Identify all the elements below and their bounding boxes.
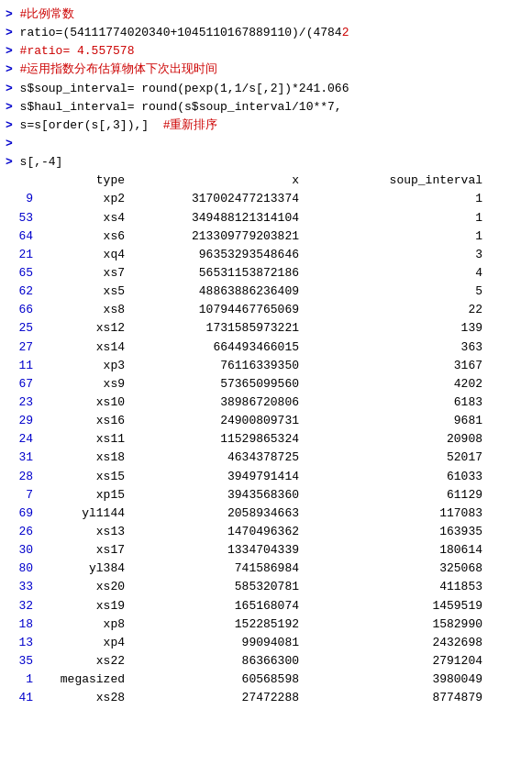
cell-x: 1470496362 — [125, 523, 299, 541]
cell-rownum: 27 — [6, 338, 33, 357]
cell-soup: 1 — [299, 209, 482, 227]
cell-x: 213309779203821 — [125, 227, 299, 246]
code-line-9: > s[,-4] — [0, 153, 532, 172]
header-rownum — [6, 172, 33, 190]
cell-type: xq4 — [33, 246, 125, 264]
table-row: 24xs111152986532420908 — [6, 430, 526, 449]
cell-soup: 3980049 — [299, 671, 482, 689]
cell-soup: 9681 — [299, 412, 482, 430]
cell-type: yl1144 — [33, 504, 125, 523]
cell-x: 99094081 — [125, 634, 299, 652]
comment-4: #运用指数分布估算物体下次出现时间 — [20, 61, 218, 79]
header-soup: soup_interval — [299, 172, 482, 190]
code-2: ratio=(54111774020340+1045110167889110)/… — [20, 24, 349, 42]
cell-rownum: 28 — [6, 468, 33, 486]
table-row: 25xs121731585973221139 — [6, 319, 526, 338]
prompt-5: > — [6, 80, 20, 98]
cell-x: 152285192 — [125, 615, 299, 634]
cell-x: 38986720806 — [125, 394, 299, 412]
cell-soup: 8774879 — [299, 689, 482, 707]
cell-rownum: 13 — [6, 634, 33, 652]
cell-type: xp2 — [33, 190, 125, 208]
cell-x: 10794467765069 — [125, 301, 299, 319]
cell-x: 11529865324 — [125, 430, 299, 449]
cell-soup: 52017 — [299, 449, 482, 467]
cell-x: 3949791414 — [125, 468, 299, 486]
cell-soup: 3167 — [299, 357, 482, 375]
data-table: type x soup_interval 9xp2317002477213374… — [0, 172, 532, 707]
cell-soup: 1582990 — [299, 615, 482, 634]
code-line-3: > #ratio= 4.557578 — [0, 42, 532, 61]
cell-rownum: 32 — [6, 597, 33, 615]
table-row: 66xs81079446776506922 — [6, 301, 526, 319]
prompt-4: > — [6, 61, 20, 79]
cell-type: megasized — [33, 671, 125, 689]
table-body: 9xp2317002477213374153xs4349488121314104… — [6, 190, 526, 707]
cell-rownum: 7 — [6, 486, 33, 504]
cell-rownum: 65 — [6, 264, 33, 283]
cell-x: 585320781 — [125, 578, 299, 596]
table-row: 30xs171334704339180614 — [6, 541, 526, 560]
cell-type: xp3 — [33, 357, 125, 375]
table-row: 23xs10389867208066183 — [6, 394, 526, 412]
code-line-7: > s=s[order(s[,3]),] #重新排序 — [0, 116, 532, 135]
cell-soup: 363 — [299, 338, 482, 357]
cell-x: 57365099560 — [125, 375, 299, 394]
cell-soup: 163935 — [299, 523, 482, 541]
cell-x: 86366300 — [125, 652, 299, 671]
code-line-2: > ratio=(54111774020340+1045110167889110… — [0, 24, 532, 42]
cell-x: 24900809731 — [125, 412, 299, 430]
cell-type: xs7 — [33, 264, 125, 283]
prompt-9: > — [6, 153, 20, 172]
cell-rownum: 67 — [6, 375, 33, 394]
table-row: 32xs191651680741459519 — [6, 597, 526, 615]
cell-soup: 180614 — [299, 541, 482, 560]
comment-3: #ratio= 4.557578 — [20, 42, 135, 61]
cell-type: xp8 — [33, 615, 125, 634]
cell-rownum: 21 — [6, 246, 33, 264]
cell-soup: 139 — [299, 319, 482, 338]
table-row: 31xs18463437872552017 — [6, 449, 526, 467]
cell-rownum: 24 — [6, 430, 33, 449]
cell-rownum: 29 — [6, 412, 33, 430]
cell-type: yl384 — [33, 560, 125, 578]
cell-x: 4634378725 — [125, 449, 299, 467]
code-line-4: > #运用指数分布估算物体下次出现时间 — [0, 61, 532, 79]
prompt-7: > — [6, 116, 20, 135]
cell-soup: 4 — [299, 264, 482, 283]
cell-x: 27472288 — [125, 689, 299, 707]
cell-rownum: 18 — [6, 615, 33, 634]
cell-rownum: 66 — [6, 301, 33, 319]
cell-soup: 117083 — [299, 504, 482, 523]
cell-rownum: 62 — [6, 283, 33, 301]
cell-type: xs18 — [33, 449, 125, 467]
cell-soup: 5 — [299, 283, 482, 301]
table-row: 13xp4990940812432698 — [6, 634, 526, 652]
header-x: x — [125, 172, 299, 190]
table-row: 21xq4963532935486463 — [6, 246, 526, 264]
cell-type: xs20 — [33, 578, 125, 596]
cell-x: 2058934663 — [125, 504, 299, 523]
cell-type: xs6 — [33, 227, 125, 246]
cell-type: xs28 — [33, 689, 125, 707]
cell-type: xp4 — [33, 634, 125, 652]
table-header-row: type x soup_interval — [6, 172, 526, 190]
prompt-3: > — [6, 42, 20, 61]
code-9: s[,-4] — [20, 153, 63, 172]
cell-rownum: 53 — [6, 209, 33, 227]
cell-rownum: 1 — [6, 671, 33, 689]
table-row: 9xp23170024772133741 — [6, 190, 526, 208]
cell-rownum: 25 — [6, 319, 33, 338]
cell-x: 48863886236409 — [125, 283, 299, 301]
table-row: 35xs22863663002791204 — [6, 652, 526, 671]
table-row: 29xs16249008097319681 — [6, 412, 526, 430]
cell-type: xs17 — [33, 541, 125, 560]
cell-type: xs16 — [33, 412, 125, 430]
table-row: 11xp3761163393503167 — [6, 357, 526, 375]
table-row: 80yl384741586984325068 — [6, 560, 526, 578]
cell-type: xs8 — [33, 301, 125, 319]
cell-soup: 1 — [299, 227, 482, 246]
cell-type: xs10 — [33, 394, 125, 412]
code-5: s$soup_interval= round(pexp(1,1/s[,2])*2… — [20, 80, 349, 98]
cell-type: xs4 — [33, 209, 125, 227]
